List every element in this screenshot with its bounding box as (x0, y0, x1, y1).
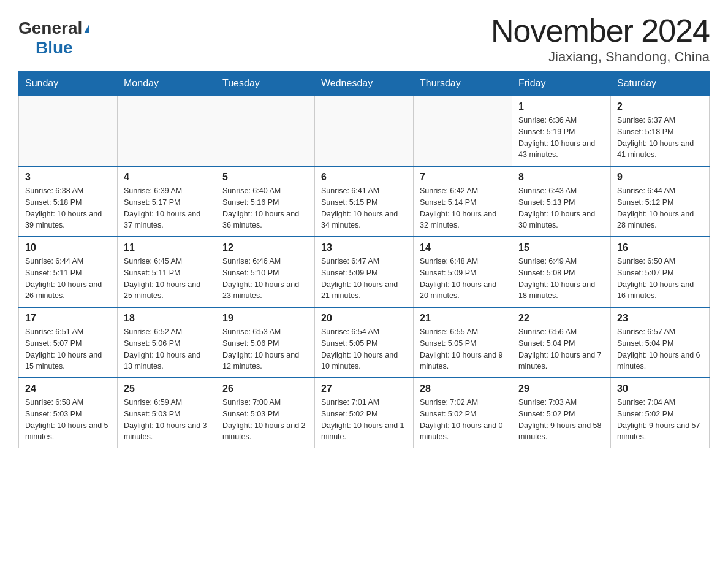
calendar-cell: 13Sunrise: 6:47 AM Sunset: 5:09 PM Dayli… (315, 237, 414, 307)
day-number: 27 (321, 383, 407, 394)
day-number: 19 (222, 313, 308, 324)
day-info: Sunrise: 6:40 AM Sunset: 5:16 PM Dayligh… (222, 185, 308, 231)
day-number: 25 (124, 383, 210, 394)
calendar-cell: 22Sunrise: 6:56 AM Sunset: 5:04 PM Dayli… (512, 307, 611, 378)
logo-general-text: General (18, 18, 82, 38)
day-number: 14 (420, 242, 506, 253)
calendar-cell: 21Sunrise: 6:55 AM Sunset: 5:05 PM Dayli… (414, 307, 512, 378)
calendar-cell: 4Sunrise: 6:39 AM Sunset: 5:17 PM Daylig… (118, 166, 216, 237)
day-number: 6 (321, 172, 407, 183)
day-number: 22 (518, 313, 604, 324)
calendar-table: SundayMondayTuesdayWednesdayThursdayFrid… (18, 71, 710, 448)
day-info: Sunrise: 6:52 AM Sunset: 5:06 PM Dayligh… (124, 326, 210, 372)
day-number: 17 (25, 313, 111, 324)
day-number: 4 (124, 172, 210, 183)
day-number: 26 (222, 383, 308, 394)
day-number: 20 (321, 313, 407, 324)
day-number: 7 (420, 172, 506, 183)
weekday-header-row: SundayMondayTuesdayWednesdayThursdayFrid… (19, 72, 710, 96)
calendar-cell: 10Sunrise: 6:44 AM Sunset: 5:11 PM Dayli… (19, 237, 118, 307)
calendar-week-row: 3Sunrise: 6:38 AM Sunset: 5:18 PM Daylig… (19, 166, 710, 237)
day-number: 12 (222, 242, 308, 253)
day-number: 18 (124, 313, 210, 324)
day-number: 23 (617, 313, 703, 324)
calendar-cell: 27Sunrise: 7:01 AM Sunset: 5:02 PM Dayli… (315, 378, 414, 448)
calendar-cell: 19Sunrise: 6:53 AM Sunset: 5:06 PM Dayli… (216, 307, 315, 378)
day-number: 1 (518, 101, 604, 112)
day-number: 30 (617, 383, 703, 394)
calendar-cell: 9Sunrise: 6:44 AM Sunset: 5:12 PM Daylig… (611, 166, 710, 237)
day-number: 24 (25, 383, 111, 394)
day-number: 15 (518, 242, 604, 253)
day-info: Sunrise: 6:57 AM Sunset: 5:04 PM Dayligh… (617, 326, 703, 372)
calendar-cell: 29Sunrise: 7:03 AM Sunset: 5:02 PM Dayli… (512, 378, 611, 448)
day-info: Sunrise: 6:44 AM Sunset: 5:11 PM Dayligh… (25, 256, 111, 302)
logo: General Blue (18, 12, 89, 58)
day-info: Sunrise: 6:41 AM Sunset: 5:15 PM Dayligh… (321, 185, 407, 231)
day-number: 3 (25, 172, 111, 183)
day-number: 28 (420, 383, 506, 394)
day-info: Sunrise: 6:56 AM Sunset: 5:04 PM Dayligh… (518, 326, 604, 372)
day-info: Sunrise: 6:36 AM Sunset: 5:19 PM Dayligh… (518, 115, 604, 161)
calendar-week-row: 17Sunrise: 6:51 AM Sunset: 5:07 PM Dayli… (19, 307, 710, 378)
day-number: 21 (420, 313, 506, 324)
day-info: Sunrise: 6:38 AM Sunset: 5:18 PM Dayligh… (25, 185, 111, 231)
calendar-cell: 3Sunrise: 6:38 AM Sunset: 5:18 PM Daylig… (19, 166, 118, 237)
calendar-cell: 23Sunrise: 6:57 AM Sunset: 5:04 PM Dayli… (611, 307, 710, 378)
calendar-cell: 14Sunrise: 6:48 AM Sunset: 5:09 PM Dayli… (414, 237, 512, 307)
day-number: 29 (518, 383, 604, 394)
calendar-week-row: 10Sunrise: 6:44 AM Sunset: 5:11 PM Dayli… (19, 237, 710, 307)
calendar-cell: 17Sunrise: 6:51 AM Sunset: 5:07 PM Dayli… (19, 307, 118, 378)
day-info: Sunrise: 7:00 AM Sunset: 5:03 PM Dayligh… (222, 397, 308, 443)
weekday-header-saturday: Saturday (611, 72, 710, 96)
calendar-cell: 1Sunrise: 6:36 AM Sunset: 5:19 PM Daylig… (512, 96, 611, 166)
calendar-subtitle: Jiaxiang, Shandong, China (491, 49, 710, 65)
day-number: 13 (321, 242, 407, 253)
day-info: Sunrise: 6:37 AM Sunset: 5:18 PM Dayligh… (617, 115, 703, 161)
day-info: Sunrise: 6:53 AM Sunset: 5:06 PM Dayligh… (222, 326, 308, 372)
day-info: Sunrise: 6:47 AM Sunset: 5:09 PM Dayligh… (321, 256, 407, 302)
calendar-cell: 5Sunrise: 6:40 AM Sunset: 5:16 PM Daylig… (216, 166, 315, 237)
weekday-header-wednesday: Wednesday (315, 72, 414, 96)
day-number: 5 (222, 172, 308, 183)
calendar-cell: 7Sunrise: 6:42 AM Sunset: 5:14 PM Daylig… (414, 166, 512, 237)
weekday-header-monday: Monday (118, 72, 216, 96)
calendar-cell: 12Sunrise: 6:46 AM Sunset: 5:10 PM Dayli… (216, 237, 315, 307)
day-number: 11 (124, 242, 210, 253)
day-info: Sunrise: 7:01 AM Sunset: 5:02 PM Dayligh… (321, 397, 407, 443)
calendar-body: 1Sunrise: 6:36 AM Sunset: 5:19 PM Daylig… (19, 96, 710, 448)
calendar-cell: 11Sunrise: 6:45 AM Sunset: 5:11 PM Dayli… (118, 237, 216, 307)
weekday-header-friday: Friday (512, 72, 611, 96)
day-number: 16 (617, 242, 703, 253)
calendar-week-row: 24Sunrise: 6:58 AM Sunset: 5:03 PM Dayli… (19, 378, 710, 448)
page-header: General Blue November 2024 Jiaxiang, Sha… (18, 12, 710, 65)
calendar-cell: 18Sunrise: 6:52 AM Sunset: 5:06 PM Dayli… (118, 307, 216, 378)
day-info: Sunrise: 6:58 AM Sunset: 5:03 PM Dayligh… (25, 397, 111, 443)
day-number: 10 (25, 242, 111, 253)
logo-triangle-icon (84, 24, 89, 33)
logo-blue-text: Blue (36, 38, 73, 57)
calendar-cell: 20Sunrise: 6:54 AM Sunset: 5:05 PM Dayli… (315, 307, 414, 378)
day-info: Sunrise: 6:42 AM Sunset: 5:14 PM Dayligh… (420, 185, 506, 231)
day-number: 8 (518, 172, 604, 183)
day-info: Sunrise: 7:02 AM Sunset: 5:02 PM Dayligh… (420, 397, 506, 443)
title-block: November 2024 Jiaxiang, Shandong, China (491, 12, 710, 65)
weekday-header-tuesday: Tuesday (216, 72, 315, 96)
calendar-cell: 24Sunrise: 6:58 AM Sunset: 5:03 PM Dayli… (19, 378, 118, 448)
weekday-header-sunday: Sunday (19, 72, 118, 96)
day-info: Sunrise: 6:51 AM Sunset: 5:07 PM Dayligh… (25, 326, 111, 372)
day-number: 2 (617, 101, 703, 112)
day-info: Sunrise: 6:49 AM Sunset: 5:08 PM Dayligh… (518, 256, 604, 302)
day-info: Sunrise: 6:50 AM Sunset: 5:07 PM Dayligh… (617, 256, 703, 302)
day-info: Sunrise: 6:55 AM Sunset: 5:05 PM Dayligh… (420, 326, 506, 372)
calendar-cell (315, 96, 414, 166)
calendar-cell: 8Sunrise: 6:43 AM Sunset: 5:13 PM Daylig… (512, 166, 611, 237)
calendar-cell: 26Sunrise: 7:00 AM Sunset: 5:03 PM Dayli… (216, 378, 315, 448)
day-info: Sunrise: 6:46 AM Sunset: 5:10 PM Dayligh… (222, 256, 308, 302)
calendar-cell: 6Sunrise: 6:41 AM Sunset: 5:15 PM Daylig… (315, 166, 414, 237)
calendar-cell: 30Sunrise: 7:04 AM Sunset: 5:02 PM Dayli… (611, 378, 710, 448)
calendar-cell (216, 96, 315, 166)
day-info: Sunrise: 6:54 AM Sunset: 5:05 PM Dayligh… (321, 326, 407, 372)
calendar-cell (19, 96, 118, 166)
day-number: 9 (617, 172, 703, 183)
